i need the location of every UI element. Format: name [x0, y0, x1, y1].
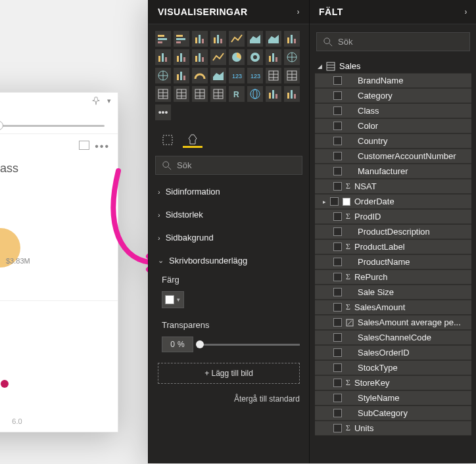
- field-color[interactable]: Color: [315, 118, 471, 133]
- field-customeraccountnumber[interactable]: CustomerAccountNumber: [315, 149, 471, 164]
- viz-more-icon[interactable]: •••: [155, 104, 171, 120]
- field-checkbox[interactable]: [333, 303, 342, 312]
- transparency-slider[interactable]: [199, 344, 300, 346]
- viz-icon-multi-card[interactable]: 123: [229, 68, 245, 83]
- field-checkbox[interactable]: [333, 182, 342, 191]
- field-repurch[interactable]: ΣRePurch: [315, 269, 471, 285]
- section-page-background[interactable]: ›Sidbakgrund: [149, 226, 309, 249]
- revert-to-default[interactable]: Återgå till standard: [149, 389, 309, 409]
- viz-icon-r-visual[interactable]: [174, 86, 189, 102]
- chevron-down-icon[interactable]: ▾: [107, 97, 111, 108]
- field-checkbox[interactable]: [333, 137, 342, 145]
- collapse-pane-icon[interactable]: ›: [465, 7, 468, 16]
- field-checkbox[interactable]: [333, 318, 342, 327]
- viz-icon-stacked-area[interactable]: [266, 31, 281, 47]
- viz-icon-funnel[interactable]: [174, 68, 189, 83]
- field-checkbox[interactable]: [333, 333, 342, 342]
- fields-search[interactable]: Sök: [316, 32, 470, 51]
- transparency-value[interactable]: 0 %: [162, 336, 193, 352]
- viz-icon-key-influencers[interactable]: R: [229, 86, 245, 102]
- pin-icon[interactable]: [91, 97, 101, 108]
- viz-icon-donut[interactable]: [247, 49, 263, 65]
- field-salesamount[interactable]: ΣSalesAmount: [315, 300, 471, 315]
- visual-chart-2[interactable]: Brand 5.8 6.0: [0, 300, 118, 432]
- field-country[interactable]: Country: [315, 133, 471, 149]
- visual-chart-1[interactable]: $3.83M: [0, 182, 118, 300]
- viz-icon-line-clustered[interactable]: [155, 49, 171, 65]
- viz-icon-line-stacked[interactable]: [174, 49, 189, 65]
- field-checkbox[interactable]: [333, 106, 342, 115]
- field-productlabel[interactable]: ΣProductLabel: [315, 239, 471, 254]
- field-class[interactable]: Class: [315, 103, 471, 118]
- field-salesorderid[interactable]: SalesOrderID: [315, 345, 471, 360]
- field-checkbox[interactable]: [333, 76, 342, 85]
- viz-icon-decomposition[interactable]: [247, 86, 263, 102]
- viz-icon-py-visual[interactable]: [210, 86, 226, 102]
- field-checkbox[interactable]: [333, 394, 342, 402]
- field-units[interactable]: ΣUnits: [315, 421, 471, 436]
- field-checkbox[interactable]: [333, 273, 342, 281]
- viz-icon-arcgis[interactable]: [192, 86, 208, 102]
- color-picker[interactable]: ▾: [162, 291, 184, 308]
- field-manufacturer[interactable]: Manufacturer: [315, 164, 471, 179]
- field-checkbox[interactable]: [333, 348, 342, 357]
- add-image-button[interactable]: + Lägg till bild: [158, 363, 300, 384]
- collapse-pane-icon[interactable]: ›: [297, 7, 300, 16]
- field-checkbox[interactable]: [330, 197, 339, 206]
- field-checkbox[interactable]: [333, 379, 342, 387]
- field-checkbox[interactable]: [333, 122, 342, 130]
- viz-icon-qna[interactable]: [266, 86, 281, 102]
- field-checkbox[interactable]: [333, 152, 342, 160]
- viz-icon-clustered-column[interactable]: [210, 31, 226, 47]
- field-storekey[interactable]: ΣStoreKey: [315, 375, 471, 390]
- field-saleschannelcode[interactable]: SalesChannelCode: [315, 330, 471, 345]
- field-nsat[interactable]: ΣNSAT: [315, 179, 471, 194]
- field-checkbox[interactable]: [333, 288, 342, 296]
- viz-icon-line[interactable]: [229, 31, 245, 47]
- field-stylename[interactable]: StyleName: [315, 390, 471, 406]
- slicer-slider[interactable]: [0, 125, 105, 127]
- more-options-icon[interactable]: •••: [95, 141, 110, 152]
- viz-icon-kpi[interactable]: 123: [247, 68, 263, 83]
- field-checkbox[interactable]: [333, 227, 342, 236]
- section-wallpaper[interactable]: ⌄Skrivbordsunderlägg: [149, 249, 309, 272]
- field-subcategory[interactable]: SubCategory: [315, 406, 471, 421]
- field-sale-size[interactable]: Sale Size: [315, 285, 471, 300]
- format-tab[interactable]: [183, 132, 202, 148]
- field-checkbox[interactable]: [333, 243, 342, 251]
- viz-icon-card[interactable]: [210, 68, 226, 83]
- viz-icon-waterfall[interactable]: [192, 49, 208, 65]
- viz-icon-matrix[interactable]: [155, 86, 171, 102]
- viz-icon-table[interactable]: [284, 68, 300, 83]
- field-prodid[interactable]: ΣProdID: [315, 209, 471, 224]
- viz-icon-pie[interactable]: [229, 49, 245, 65]
- viz-icon-clustered-bar[interactable]: [174, 31, 189, 47]
- viz-icon-map[interactable]: [284, 49, 300, 65]
- fields-tab[interactable]: [158, 132, 178, 148]
- field-stocktype[interactable]: StockType: [315, 360, 471, 375]
- field-orderdate[interactable]: ▸OrderDate: [315, 194, 471, 209]
- viz-icon-gauge[interactable]: [192, 68, 208, 83]
- viz-icon-ribbon[interactable]: [284, 31, 300, 47]
- field-productdescription[interactable]: ProductDescription: [315, 224, 471, 239]
- field-salesamount-average-pe---[interactable]: SalesAmount average pe...: [315, 315, 471, 330]
- section-page-size[interactable]: ›Sidstorlek: [149, 203, 309, 226]
- field-brandname[interactable]: BrandName: [315, 73, 471, 88]
- table-sales[interactable]: ◢Sales: [315, 59, 471, 73]
- field-checkbox[interactable]: [333, 409, 342, 417]
- viz-icon-area[interactable]: [247, 31, 263, 47]
- viz-icon-stacked-column[interactable]: [192, 31, 208, 47]
- viz-icon-stacked-bar[interactable]: [155, 31, 171, 47]
- field-category[interactable]: Category: [315, 88, 471, 103]
- viz-icon-filled-map[interactable]: [155, 68, 171, 83]
- field-checkbox[interactable]: [333, 91, 342, 100]
- field-checkbox[interactable]: [333, 363, 342, 372]
- section-page-info[interactable]: ›Sidinformation: [149, 180, 309, 203]
- viz-icon-slicer[interactable]: [266, 68, 281, 83]
- format-search[interactable]: Sök: [155, 156, 302, 175]
- field-checkbox[interactable]: [333, 167, 342, 175]
- field-checkbox[interactable]: [333, 258, 342, 266]
- viz-icon-treemap[interactable]: [266, 49, 281, 65]
- field-checkbox[interactable]: [333, 212, 342, 221]
- viz-icon-scatter[interactable]: [210, 49, 226, 65]
